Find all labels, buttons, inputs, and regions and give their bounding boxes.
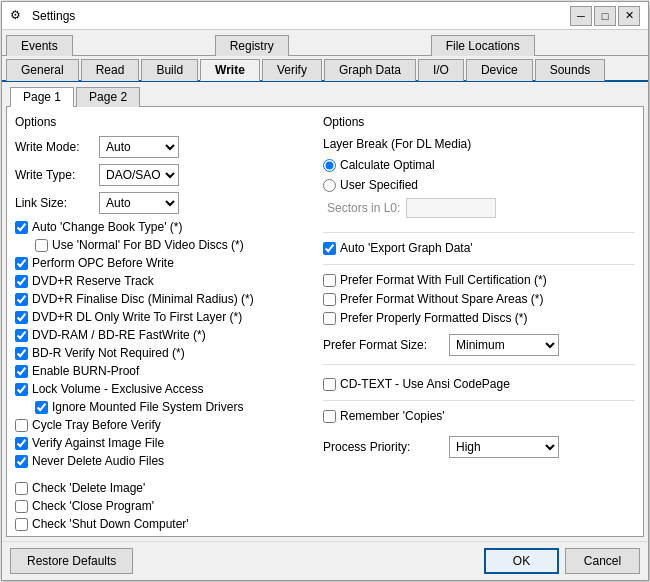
tab-general[interactable]: General [6, 59, 79, 81]
radio-calculate-optimal[interactable]: Calculate Optimal [323, 158, 635, 172]
cb-auto-export[interactable]: Auto 'Export Graph Data' [323, 241, 635, 255]
maximize-button[interactable]: □ [594, 6, 616, 26]
cb-prefer-full-cert-label: Prefer Format With Full Certification (*… [340, 273, 547, 287]
cb-never-delete[interactable]: Never Delete Audio Files [15, 454, 315, 468]
page-tabs: Page 1 Page 2 [2, 82, 648, 106]
cb-perform-opc-input[interactable] [15, 257, 28, 270]
cb-cd-text[interactable]: CD-TEXT - Use Ansi CodePage [323, 377, 635, 391]
cb-check-shutdown-label: Check 'Shut Down Computer' [32, 517, 189, 531]
cb-dvdr-reserve-label: DVD+R Reserve Track [32, 274, 154, 288]
cb-lock-volume-label: Lock Volume - Exclusive Access [32, 382, 203, 396]
cb-perform-opc[interactable]: Perform OPC Before Write [15, 256, 315, 270]
radio-user-specified-input[interactable] [323, 179, 336, 192]
cb-prefer-no-spare[interactable]: Prefer Format Without Spare Areas (*) [323, 292, 635, 306]
cb-cycle-tray[interactable]: Cycle Tray Before Verify [15, 418, 315, 432]
cb-verify-image-input[interactable] [15, 437, 28, 450]
minimize-button[interactable]: ─ [570, 6, 592, 26]
tab-io[interactable]: I/O [418, 59, 464, 81]
sectors-row: Sectors in L0: [327, 198, 635, 218]
tab-sounds[interactable]: Sounds [535, 59, 606, 81]
cb-dvdram-fastwrite[interactable]: DVD-RAM / BD-RE FastWrite (*) [15, 328, 315, 342]
cb-never-delete-input[interactable] [15, 455, 28, 468]
prefer-format-size-row: Prefer Format Size: Minimum Maximum Auto [323, 334, 635, 356]
process-priority-label: Process Priority: [323, 440, 443, 454]
cb-verify-image[interactable]: Verify Against Image File [15, 436, 315, 450]
cb-auto-change-book[interactable]: Auto 'Change Book Type' (*) [15, 220, 315, 234]
cb-check-delete-input[interactable] [15, 482, 28, 495]
radio-user-specified[interactable]: User Specified [323, 178, 635, 192]
cb-dvdr-finalise[interactable]: DVD+R Finalise Disc (Minimal Radius) (*) [15, 292, 315, 306]
cb-remember-copies[interactable]: Remember 'Copies' [323, 409, 635, 423]
cb-dvdr-reserve[interactable]: DVD+R Reserve Track [15, 274, 315, 288]
cb-check-close[interactable]: Check 'Close Program' [15, 499, 315, 513]
cb-cycle-tray-input[interactable] [15, 419, 28, 432]
write-mode-label: Write Mode: [15, 140, 95, 154]
cb-prefer-formatted-input[interactable] [323, 312, 336, 325]
ok-button[interactable]: OK [484, 548, 559, 574]
tab-build[interactable]: Build [141, 59, 198, 81]
divider-2 [323, 264, 635, 265]
cb-dvdr-dl-first-input[interactable] [15, 311, 28, 324]
write-type-row: Write Type: DAO/SAO DAO SAO TAO [15, 164, 315, 186]
cb-prefer-full-cert[interactable]: Prefer Format With Full Certification (*… [323, 273, 635, 287]
link-size-select[interactable]: Auto 0 16 32 [99, 192, 179, 214]
tab-verify[interactable]: Verify [262, 59, 322, 81]
cb-check-close-input[interactable] [15, 500, 28, 513]
cb-dvdr-reserve-input[interactable] [15, 275, 28, 288]
tab-device[interactable]: Device [466, 59, 533, 81]
cb-lock-volume-input[interactable] [15, 383, 28, 396]
divider-3 [323, 364, 635, 365]
window-controls: ─ □ ✕ [570, 6, 640, 26]
cb-use-normal-bd[interactable]: Use 'Normal' For BD Video Discs (*) [15, 238, 315, 252]
prefer-format-size-label: Prefer Format Size: [323, 338, 443, 352]
cb-use-normal-bd-input[interactable] [35, 239, 48, 252]
cb-bdr-verify-input[interactable] [15, 347, 28, 360]
page-tab-2[interactable]: Page 2 [76, 87, 140, 107]
cb-remember-copies-input[interactable] [323, 410, 336, 423]
tab-read[interactable]: Read [81, 59, 140, 81]
tab-registry[interactable]: Registry [215, 35, 289, 56]
cb-ignore-mounted-input[interactable] [35, 401, 48, 414]
process-priority-select[interactable]: High Normal Low Idle Real Time [449, 436, 559, 458]
cb-prefer-full-cert-input[interactable] [323, 274, 336, 287]
tab-write[interactable]: Write [200, 59, 260, 81]
window-title: Settings [32, 9, 75, 23]
write-type-select[interactable]: DAO/SAO DAO SAO TAO [99, 164, 179, 186]
cb-auto-change-book-input[interactable] [15, 221, 28, 234]
cancel-button[interactable]: Cancel [565, 548, 640, 574]
cb-lock-volume[interactable]: Lock Volume - Exclusive Access [15, 382, 315, 396]
write-mode-select[interactable]: Auto DAO SAO TAO [99, 136, 179, 158]
cb-dvdr-finalise-input[interactable] [15, 293, 28, 306]
link-size-label: Link Size: [15, 196, 95, 210]
page-tab-1[interactable]: Page 1 [10, 87, 74, 107]
settings-window: ⚙ Settings ─ □ ✕ Events Registry File Lo… [1, 1, 649, 581]
cb-bdr-verify[interactable]: BD-R Verify Not Required (*) [15, 346, 315, 360]
right-column: Options Layer Break (For DL Media) Calcu… [323, 115, 635, 528]
title-bar: ⚙ Settings ─ □ ✕ [2, 2, 648, 30]
cb-prefer-formatted[interactable]: Prefer Properly Formatted Discs (*) [323, 311, 635, 325]
cb-check-delete[interactable]: Check 'Delete Image' [15, 481, 315, 495]
cb-burn-proof-input[interactable] [15, 365, 28, 378]
cb-dvdram-fastwrite-input[interactable] [15, 329, 28, 342]
tab-file-locations[interactable]: File Locations [431, 35, 535, 56]
cb-prefer-no-spare-input[interactable] [323, 293, 336, 306]
cb-auto-export-input[interactable] [323, 242, 336, 255]
cb-check-close-label: Check 'Close Program' [32, 499, 154, 513]
close-button[interactable]: ✕ [618, 6, 640, 26]
tab-graph-data[interactable]: Graph Data [324, 59, 416, 81]
cb-check-shutdown[interactable]: Check 'Shut Down Computer' [15, 517, 315, 531]
left-options-header: Options [15, 115, 315, 129]
tab-events[interactable]: Events [6, 35, 73, 56]
restore-defaults-button[interactable]: Restore Defaults [10, 548, 133, 574]
sectors-input[interactable] [406, 198, 496, 218]
write-type-label: Write Type: [15, 168, 95, 182]
title-bar-left: ⚙ Settings [10, 8, 75, 24]
cb-dvdr-dl-first[interactable]: DVD+R DL Only Write To First Layer (*) [15, 310, 315, 324]
cb-ignore-mounted[interactable]: Ignore Mounted File System Drivers [15, 400, 315, 414]
cb-check-shutdown-input[interactable] [15, 518, 28, 531]
radio-calculate-optimal-input[interactable] [323, 159, 336, 172]
prefer-format-size-select[interactable]: Minimum Maximum Auto [449, 334, 559, 356]
write-mode-row: Write Mode: Auto DAO SAO TAO [15, 136, 315, 158]
cb-burn-proof[interactable]: Enable BURN-Proof [15, 364, 315, 378]
cb-cd-text-input[interactable] [323, 378, 336, 391]
